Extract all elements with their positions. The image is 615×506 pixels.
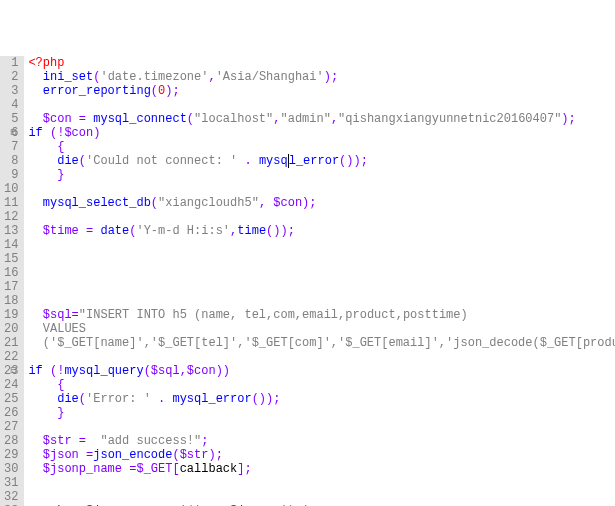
line-number: 17 (4, 280, 18, 294)
token: ); (324, 70, 338, 84)
line-number: 2 (4, 70, 18, 84)
token: "add success!" (100, 434, 201, 448)
code-line[interactable]: $str = "add success!"; (28, 434, 615, 448)
token (86, 434, 100, 448)
token: 'Asia/Shanghai' (216, 70, 324, 84)
token (72, 112, 79, 126)
code-line[interactable]: error_reporting(0); (28, 84, 615, 98)
token: } (57, 168, 64, 182)
token (79, 448, 86, 462)
token: if (28, 364, 42, 378)
code-line[interactable]: die('Error: ' . mysql_error()); (28, 392, 615, 406)
token: time (237, 224, 266, 238)
token (28, 392, 57, 406)
token: date (100, 224, 129, 238)
code-line[interactable]: ⊟if (!$con) (28, 126, 615, 140)
token: mysql_query (64, 364, 143, 378)
token: ; (201, 434, 208, 448)
token: die (57, 154, 79, 168)
token: ($str); (172, 448, 222, 462)
token: "admin" (280, 112, 330, 126)
token: ($sql,$con)) (144, 364, 230, 378)
code-line[interactable] (28, 182, 615, 196)
token: ( (187, 112, 194, 126)
token: =$_GET[ (129, 462, 179, 476)
line-number: 24 (4, 378, 18, 392)
code-line[interactable]: ⊟if (!mysql_query($sql,$con)) (28, 364, 615, 378)
fold-toggle-icon[interactable]: ⊟ (10, 364, 20, 378)
code-line[interactable] (28, 420, 615, 434)
code-line[interactable]: $time = date('Y-m-d H:i:s',time()); (28, 224, 615, 238)
code-line[interactable]: die('Could not connect: ' . mysql_error(… (28, 154, 615, 168)
token (28, 140, 57, 154)
token: } (57, 406, 64, 420)
line-number: 31 (4, 476, 18, 490)
token (28, 378, 57, 392)
token (28, 154, 57, 168)
token: "localhost" (194, 112, 273, 126)
token (151, 392, 158, 406)
line-number: 14 (4, 238, 18, 252)
code-line[interactable] (28, 210, 615, 224)
token: die (57, 392, 79, 406)
line-number: 28 (4, 434, 18, 448)
code-line[interactable]: $json =json_encode($str); (28, 448, 615, 462)
code-line[interactable]: VALUES (28, 322, 615, 336)
token (28, 70, 42, 84)
token: mysql_select_db (43, 196, 151, 210)
code-line[interactable]: { (28, 378, 615, 392)
line-number: 9 (4, 168, 18, 182)
code-line[interactable] (28, 294, 615, 308)
token (72, 434, 79, 448)
code-line[interactable] (28, 476, 615, 490)
token: $con); (273, 196, 316, 210)
code-line[interactable] (28, 98, 615, 112)
line-number: 32 (4, 490, 18, 504)
token: 'Could not connect: ' (86, 154, 237, 168)
token: if (28, 126, 42, 140)
token: $jsonp_name (43, 462, 122, 476)
token: ()); (252, 392, 281, 406)
token: $str (43, 434, 72, 448)
line-number: 11 (4, 196, 18, 210)
token: $time (43, 224, 79, 238)
code-line[interactable] (28, 350, 615, 364)
token: ()); (339, 154, 368, 168)
code-line[interactable]: mysql_select_db("xiangcloudh5", $con); (28, 196, 615, 210)
code-line[interactable] (28, 266, 615, 280)
token: ( (79, 154, 86, 168)
code-line[interactable] (28, 252, 615, 266)
code-line[interactable]: ini_set('date.timezone','Asia/Shanghai')… (28, 70, 615, 84)
token: 'Error: ' (86, 392, 151, 406)
line-number: 10 (4, 182, 18, 196)
code-line[interactable] (28, 238, 615, 252)
token (28, 224, 42, 238)
line-number-gutter: 1234567891011121314151617181920212223242… (0, 56, 24, 506)
code-line[interactable]: <?php (28, 56, 615, 70)
token: "INSERT INTO h5 (name, tel,com,email,pro… (79, 308, 468, 322)
code-line[interactable]: { (28, 140, 615, 154)
code-line[interactable]: } (28, 168, 615, 182)
code-line[interactable]: ('$_GET[name]','$_GET[tel]','$_GET[com]'… (28, 336, 615, 350)
token (28, 308, 42, 322)
code-line[interactable] (28, 490, 615, 504)
code-line[interactable]: $sql="INSERT INTO h5 (name, tel,com,emai… (28, 308, 615, 322)
code-line[interactable] (28, 280, 615, 294)
token: $sql= (43, 308, 79, 322)
code-editor[interactable]: 1234567891011121314151617181920212223242… (0, 56, 615, 506)
fold-toggle-icon[interactable]: ⊟ (10, 126, 20, 140)
token: mysq (259, 154, 288, 168)
line-number: 15 (4, 252, 18, 266)
token: . (244, 154, 251, 168)
token: $json (43, 448, 79, 462)
code-line[interactable]: $jsonp_name =$_GET[callback]; (28, 462, 615, 476)
code-line[interactable]: } (28, 406, 615, 420)
code-area[interactable]: <?php ini_set('date.timezone','Asia/Shan… (24, 56, 615, 506)
line-number: 21 (4, 336, 18, 350)
line-number: 29 (4, 448, 18, 462)
token: ()); (266, 224, 295, 238)
code-line[interactable]: $con = mysql_connect("localhost","admin"… (28, 112, 615, 126)
token: "xiangcloudh5" (158, 196, 259, 210)
token: ( (151, 84, 158, 98)
token (79, 224, 86, 238)
